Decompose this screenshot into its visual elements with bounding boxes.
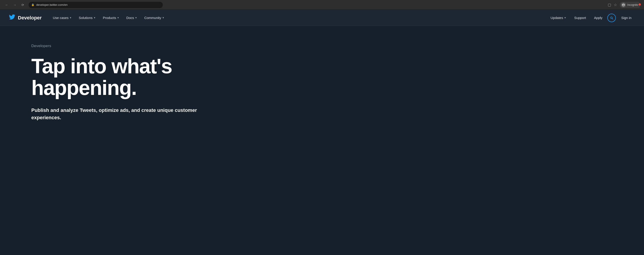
site-header: Developer Use cases ▼ Solutions ▼ Produc… bbox=[0, 10, 644, 26]
search-button[interactable] bbox=[607, 14, 616, 22]
hero-subheadline: Publish and analyze Tweets, optimize ads… bbox=[31, 106, 224, 121]
main-nav: Use cases ▼ Solutions ▼ Products ▼ Docs … bbox=[50, 14, 548, 21]
nav-apply[interactable]: Apply bbox=[591, 14, 606, 21]
chevron-down-icon: ▼ bbox=[162, 16, 164, 19]
breadcrumb: Developers bbox=[31, 44, 644, 48]
chevron-down-icon: ▼ bbox=[117, 16, 119, 19]
nav-updates[interactable]: Updates ▼ bbox=[548, 14, 569, 21]
lock-icon: 🔒 bbox=[31, 3, 34, 6]
nav-docs[interactable]: Docs ▼ bbox=[123, 14, 140, 21]
hero-headline: Tap into what's happening. bbox=[31, 55, 232, 98]
site-logo[interactable]: Developer bbox=[9, 14, 42, 22]
chevron-down-icon: ▼ bbox=[69, 16, 72, 19]
chevron-down-icon: ▼ bbox=[564, 16, 566, 19]
address-bar[interactable]: 🔒 developer.twitter.com/en bbox=[28, 2, 163, 8]
incognito-avatar bbox=[621, 2, 626, 7]
nav-right: Updates ▼ Support Apply Sign in bbox=[548, 14, 635, 22]
nav-products[interactable]: Products ▼ bbox=[100, 14, 122, 21]
sign-in-button[interactable]: Sign in bbox=[618, 14, 635, 21]
profile-dot bbox=[639, 3, 641, 5]
nav-use-cases[interactable]: Use cases ▼ bbox=[50, 14, 75, 21]
logo-text: Developer bbox=[18, 15, 42, 21]
chevron-down-icon: ▼ bbox=[135, 16, 137, 19]
url-text: developer.twitter.com/en bbox=[36, 3, 68, 6]
incognito-badge[interactable]: Incognito bbox=[620, 2, 640, 8]
nav-support[interactable]: Support bbox=[571, 14, 589, 21]
nav-solutions[interactable]: Solutions ▼ bbox=[76, 14, 99, 21]
cast-icon[interactable]: ▢ bbox=[608, 3, 611, 7]
hero-section: Developers Tap into what's happening. Pu… bbox=[0, 26, 644, 255]
back-button[interactable]: ← bbox=[4, 2, 10, 8]
bookmark-icon[interactable]: ☆ bbox=[614, 3, 617, 7]
incognito-label: Incognito bbox=[627, 3, 638, 6]
reload-button[interactable]: ⟳ bbox=[20, 2, 26, 8]
chevron-down-icon: ▼ bbox=[94, 16, 96, 19]
nav-community[interactable]: Community ▼ bbox=[141, 14, 168, 21]
browser-chrome: ← → ⟳ 🔒 developer.twitter.com/en ▢ ☆ Inc… bbox=[0, 0, 644, 10]
browser-actions: ▢ ☆ Incognito bbox=[608, 2, 640, 8]
twitter-bird-icon bbox=[9, 14, 15, 22]
browser-nav-buttons: ← → ⟳ bbox=[4, 2, 26, 8]
profile-wrapper: Incognito bbox=[620, 2, 640, 8]
forward-button[interactable]: → bbox=[12, 2, 18, 8]
